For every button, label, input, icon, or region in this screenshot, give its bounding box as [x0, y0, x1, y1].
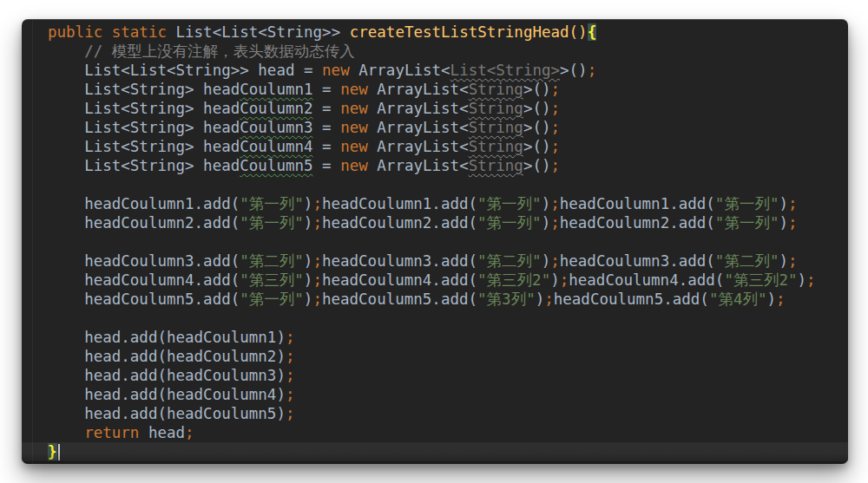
code-token: new — [340, 157, 377, 174]
code-token: ) — [304, 214, 313, 232]
code-token: createTestListStringHead — [350, 23, 569, 41]
code-token — [48, 424, 84, 441]
code-token: = — [313, 100, 341, 117]
code-line[interactable]: head.add(headCoulumn5); — [22, 404, 848, 423]
code-token: = — [313, 81, 341, 98]
code-token: ) — [542, 252, 551, 270]
code-line[interactable]: List<String> headCoulumn4 = new ArrayLis… — [22, 137, 848, 156]
text-caret — [58, 444, 60, 460]
code-token: // 模型上没有注解，表头数据动态传入 — [84, 42, 355, 60]
code-lines: public static List<List<String>> createT… — [22, 23, 848, 461]
code-token: } — [48, 443, 57, 460]
code-token: ; — [788, 195, 798, 212]
code-token: "第三列2" — [724, 271, 797, 289]
code-token: ) — [779, 214, 788, 232]
code-token: Coulumn3 — [240, 119, 312, 136]
code-line[interactable]: return head; — [22, 423, 848, 442]
code-token: Coulumn5 — [240, 157, 312, 174]
code-token: ArrayList< — [377, 119, 468, 136]
code-token: ; — [776, 290, 786, 308]
code-line[interactable]: List<String> headCoulumn5 = new ArrayLis… — [22, 156, 848, 175]
code-token: = — [313, 138, 341, 155]
code-token: ; — [551, 119, 561, 136]
code-token: Coulumn2 — [240, 100, 312, 117]
code-token: ) — [304, 195, 313, 212]
code-line[interactable] — [22, 175, 848, 194]
code-token: "第一列" — [240, 195, 304, 212]
code-line[interactable]: headCoulumn5.add("第一列");headCoulumn5.add… — [22, 290, 848, 309]
code-token: "第一列" — [240, 290, 304, 308]
code-token: ; — [312, 195, 322, 212]
code-token: ; — [312, 252, 322, 270]
code-token: head — [148, 424, 185, 441]
code-line[interactable]: head.add(headCoulumn2); — [22, 347, 848, 366]
code-token: new — [322, 62, 358, 79]
code-token: "第一列" — [477, 195, 542, 212]
code-token: headCoulumn3.add( — [560, 252, 715, 270]
code-line[interactable]: headCoulumn3.add("第二列");headCoulumn3.add… — [22, 251, 848, 271]
code-token: head.add(headCoulumn4) — [48, 386, 286, 403]
code-token: headCoulumn4.add( — [322, 271, 477, 289]
code-line[interactable]: head.add(headCoulumn1); — [22, 328, 848, 347]
code-token: ArrayList< — [377, 81, 468, 98]
code-token: ; — [286, 367, 295, 384]
code-token: ) — [542, 195, 551, 212]
code-line[interactable]: List<String> headCoulumn3 = new ArrayLis… — [22, 118, 848, 137]
code-line[interactable] — [22, 309, 848, 328]
code-token: ; — [788, 252, 798, 270]
code-token: Coulumn4 — [240, 138, 312, 155]
code-token: ; — [185, 424, 194, 441]
code-token: String — [469, 157, 523, 174]
code-token: headCoulumn2.add( — [322, 214, 477, 232]
code-line[interactable]: List<String> headCoulumn1 = new ArrayLis… — [22, 80, 848, 99]
code-token: List<String> — [450, 62, 560, 79]
code-token: ; — [286, 348, 295, 365]
code-token: ; — [551, 100, 561, 117]
code-token: String — [469, 119, 523, 136]
code-token: public static — [48, 23, 176, 41]
code-token: ; — [286, 386, 295, 403]
code-token: { — [588, 23, 597, 41]
code-token: head.add(headCoulumn3) — [48, 367, 286, 384]
code-token: String — [469, 100, 523, 117]
code-line[interactable]: List<String> headCoulumn2 = new ArrayLis… — [22, 99, 848, 118]
code-token: head.add(headCoulumn2) — [48, 348, 286, 365]
code-line[interactable] — [22, 232, 848, 251]
code-line[interactable]: public static List<List<String>> createT… — [22, 23, 848, 42]
code-token: ) — [767, 290, 777, 308]
code-token: "第三列2" — [477, 271, 550, 289]
code-line[interactable]: head.add(headCoulumn3); — [22, 366, 848, 385]
code-line[interactable]: headCoulumn4.add("第三列");headCoulumn4.add… — [22, 271, 848, 290]
code-token: ; — [312, 214, 322, 232]
code-line[interactable]: } — [22, 442, 848, 461]
code-token: >() — [523, 157, 551, 174]
code-token: headCoulumn1.add( — [48, 195, 240, 212]
code-token: headCoulumn5.add( — [554, 290, 709, 308]
code-token: "第一列" — [477, 214, 542, 232]
code-token: headCoulumn2.add( — [48, 214, 240, 232]
code-line[interactable]: headCoulumn1.add("第一列");headCoulumn1.add… — [22, 194, 848, 213]
code-token: "第三列" — [240, 271, 304, 289]
code-token: ; — [550, 195, 560, 212]
code-token: "第二列" — [240, 252, 304, 270]
code-token: return — [84, 424, 148, 441]
code-token: head.add(headCoulumn1) — [48, 329, 286, 346]
code-token: List<List<String>> — [176, 23, 350, 41]
code-token: >() — [523, 81, 551, 98]
code-token: ; — [544, 290, 554, 308]
code-token: ) — [779, 195, 788, 212]
code-line[interactable]: // 模型上没有注解，表头数据动态传入 — [22, 42, 848, 61]
code-token: ) — [542, 214, 551, 232]
code-editor-card[interactable]: public static List<List<String>> createT… — [22, 19, 848, 464]
code-token: headCoulumn3.add( — [48, 252, 240, 270]
code-line[interactable]: head.add(headCoulumn4); — [22, 385, 848, 404]
code-line[interactable]: headCoulumn2.add("第一列");headCoulumn2.add… — [22, 213, 848, 232]
code-token: ) — [536, 290, 545, 308]
code-token: String — [469, 138, 523, 155]
code-token: new — [340, 81, 377, 98]
code-token: headCoulumn5.add( — [48, 290, 240, 308]
gutter-separator — [32, 19, 33, 464]
code-token — [48, 42, 84, 60]
code-line[interactable]: List<List<String>> head = new ArrayList<… — [22, 61, 848, 80]
code-token: new — [340, 100, 377, 117]
